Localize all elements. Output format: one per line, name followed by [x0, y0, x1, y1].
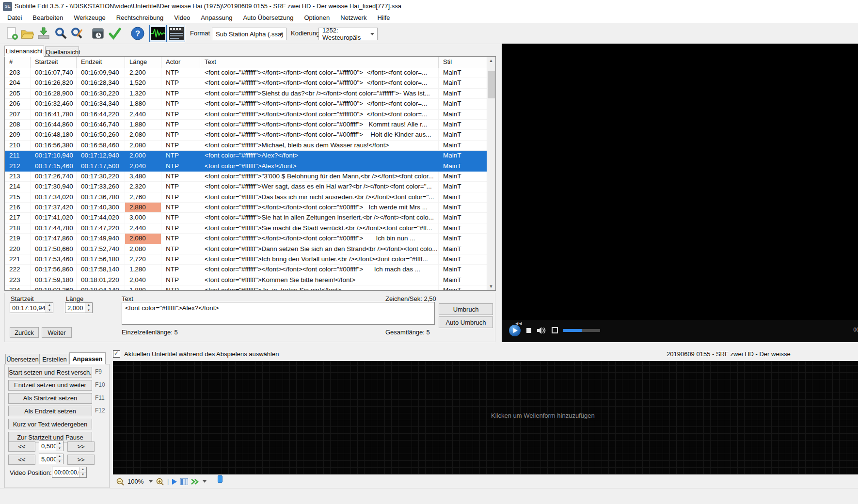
tab-anpassen[interactable]: Anpassen	[69, 352, 106, 364]
table-row[interactable]: 215 00:17:34,020 00:17:36,780 2,760 NTP …	[5, 192, 488, 203]
adjust-button[interactable]: Als Startzeit setzen	[8, 393, 92, 404]
small-step-spinner[interactable]: 0,500 ▲▼	[39, 441, 64, 451]
spell-check-icon[interactable]	[106, 25, 124, 42]
menu-item[interactable]: Werkzeuge	[68, 12, 111, 23]
tab-erstellen[interactable]: Erstellen	[41, 354, 68, 364]
header-text[interactable]: Text	[200, 57, 439, 68]
seek-back-small-button[interactable]: <<	[8, 441, 35, 452]
video-toggle-icon[interactable]	[168, 25, 185, 42]
laenge-spinner[interactable]: 2,000 ▲▼	[65, 302, 93, 313]
waveform-toggle-icon[interactable]	[149, 25, 167, 42]
table-row[interactable]: 204 00:16:26,820 00:16:28,340 1,520 NTP …	[5, 78, 488, 88]
header-stil[interactable]: Stil	[439, 57, 488, 68]
help-icon[interactable]: ?	[129, 25, 146, 42]
table-row[interactable]: 222 00:17:56,860 00:17:58,140 1,280 NTP …	[5, 265, 488, 275]
visual-sync-icon[interactable]	[90, 25, 107, 42]
header-laenge[interactable]: Länge	[125, 57, 161, 68]
header-num[interactable]: #	[5, 57, 31, 68]
large-step-spinner[interactable]: 5,000 ▲▼	[39, 454, 64, 464]
table-row[interactable]: 207 00:16:41,780 00:16:44,220 2,440 NTP …	[5, 110, 488, 120]
table-row[interactable]: 209 00:16:48,180 00:16:50,260 2,080 NTP …	[5, 130, 488, 140]
find-icon[interactable]	[52, 25, 70, 42]
table-row[interactable]: 224 00:18:02,260 00:18:04,140 1,880 NTP …	[5, 285, 488, 290]
seek-slider[interactable]	[563, 329, 600, 332]
tab-quellansicht[interactable]: Quellansicht	[45, 47, 79, 57]
table-row[interactable]: 203 00:16:07,740 00:16:09,940 2,200 NTP …	[5, 68, 488, 78]
table-row[interactable]: 212 00:17:15,460 00:17:17,500 2,040 NTP …	[5, 161, 488, 172]
seek-fwd-large-button[interactable]: >>	[67, 455, 95, 465]
zoom-out-icon[interactable]	[116, 477, 125, 486]
scroll-up-icon[interactable]: ▲	[489, 58, 493, 63]
wave-play-icon[interactable]	[172, 478, 177, 485]
table-row[interactable]: 220 00:17:50,660 00:17:52,740 2,080 NTP …	[5, 244, 488, 254]
menu-item[interactable]: Datei	[2, 12, 27, 23]
spinner-arrows[interactable]: ▲▼	[56, 441, 63, 451]
select-current-subtitle-checkbox[interactable]: ✓	[113, 350, 120, 358]
umbruch-button[interactable]: Umbruch	[439, 303, 493, 315]
table-row[interactable]: 213 00:17:26,740 00:17:30,220 3,480 NTP …	[5, 172, 488, 182]
table-row[interactable]: 206 00:16:32,460 00:16:34,340 1,880 NTP …	[5, 99, 488, 109]
table-row[interactable]: 211 00:17:10,940 00:17:12,940 2,000 NTP …	[5, 151, 488, 161]
menu-item[interactable]: Hilfe	[372, 12, 395, 23]
scrollbar-thumb[interactable]	[488, 71, 495, 98]
video-position-spinner[interactable]: 00:00:00,000 ▲▼	[52, 467, 87, 478]
format-dropdown[interactable]: Sub Station Alpha (.ssa)	[212, 28, 286, 40]
fast-forward-icon[interactable]	[191, 479, 200, 485]
startzeit-spinner[interactable]: 00:17:10,940 ▲▼	[10, 302, 53, 313]
table-row[interactable]: 208 00:16:44,860 00:16:46,740 1,880 NTP …	[5, 120, 488, 130]
menu-item[interactable]: Auto Übersetzung	[238, 12, 299, 23]
save-file-icon[interactable]	[35, 25, 52, 42]
auto-umbruch-button[interactable]: Auto Umbruch	[439, 316, 493, 328]
menu-item[interactable]: Netzwerk	[335, 12, 372, 23]
play-button[interactable]	[509, 325, 521, 336]
seek-back-large-button[interactable]: <<	[8, 455, 35, 465]
video-player[interactable]: ◀◀ 00:0	[502, 44, 858, 342]
table-row[interactable]: 217 00:17:41,020 00:17:44,020 3,000 NTP …	[5, 213, 488, 223]
spinner-arrows[interactable]: ▲▼	[85, 303, 92, 313]
adjust-button[interactable]: Als Endzeit setzen	[8, 406, 92, 416]
chevron-down-icon[interactable]	[149, 480, 153, 483]
position-marker[interactable]	[218, 475, 222, 483]
table-row[interactable]: 219 00:17:47,860 00:17:49,940 2,080 NTP …	[5, 234, 488, 244]
tab-listenansicht[interactable]: Listenansicht	[4, 46, 44, 57]
menu-item[interactable]: Optionen	[299, 12, 335, 23]
spinner-arrows[interactable]: ▲▼	[79, 467, 86, 477]
table-row[interactable]: 210 00:16:56,380 00:16:58,460 2,080 NTP …	[5, 141, 488, 151]
weiter-button[interactable]: Weiter	[42, 327, 72, 338]
columns-icon[interactable]	[180, 478, 188, 485]
header-actor[interactable]: Actor	[161, 57, 200, 68]
zurueck-button[interactable]: Zurück	[10, 327, 39, 338]
encoding-dropdown[interactable]: 1252: Westeuropäis	[318, 28, 378, 40]
waveform-area[interactable]: Klicken um Wellenform hinzuzufügen	[113, 361, 858, 474]
table-row[interactable]: 221 00:17:53,460 00:17:56,180 2,720 NTP …	[5, 254, 488, 265]
open-file-icon[interactable]	[18, 25, 36, 42]
table-row[interactable]: 216 00:17:37,420 00:17:40,300 2,880 NTP …	[5, 203, 488, 213]
table-row[interactable]: 218 00:17:44,780 00:17:47,220 2,440 NTP …	[5, 223, 488, 234]
chevron-down-icon[interactable]	[203, 480, 207, 483]
scroll-down-icon[interactable]: ▼	[489, 284, 493, 289]
zoom-in-icon[interactable]	[156, 477, 164, 486]
fullscreen-icon[interactable]	[552, 327, 558, 333]
table-row[interactable]: 205 00:16:28,900 00:16:30,220 1,320 NTP …	[5, 89, 488, 99]
subtitle-text-input[interactable]: <font color="#ffffff">Alex?</font>	[122, 302, 435, 325]
menu-item[interactable]: Anpassung	[195, 12, 238, 23]
adjust-button[interactable]: Kurz vor Text wiedergeben	[8, 419, 92, 429]
speaker-icon[interactable]	[537, 327, 546, 334]
header-endzeit[interactable]: Endzeit	[77, 57, 125, 68]
tab-uebersetzen[interactable]: Übersetzen	[5, 354, 40, 364]
table-scrollbar[interactable]: ▲ ▼	[487, 57, 495, 290]
menu-item[interactable]: Bearbeiten	[27, 12, 68, 23]
spinner-arrows[interactable]: ▲▼	[46, 303, 53, 313]
menu-item[interactable]: Video	[169, 12, 195, 23]
header-startzeit[interactable]: Startzeit	[31, 57, 77, 68]
spinner-arrows[interactable]: ▲▼	[56, 454, 63, 464]
seek-fwd-small-button[interactable]: >>	[67, 441, 95, 452]
table-row[interactable]: 214 00:17:30,940 00:17:33,260 2,320 NTP …	[5, 182, 488, 192]
table-row[interactable]: 223 00:17:59,180 00:18:01,220 2,040 NTP …	[5, 275, 488, 285]
menu-item[interactable]: Rechtschreibung	[111, 12, 169, 23]
adjust-button[interactable]: Start setzen und Rest versch.	[8, 367, 92, 378]
waveform-zoom-value[interactable]: 100%	[127, 478, 146, 485]
replace-icon[interactable]	[68, 25, 86, 42]
adjust-button[interactable]: Endzeit setzen und weiter	[8, 380, 92, 391]
stop-button[interactable]	[526, 328, 531, 333]
